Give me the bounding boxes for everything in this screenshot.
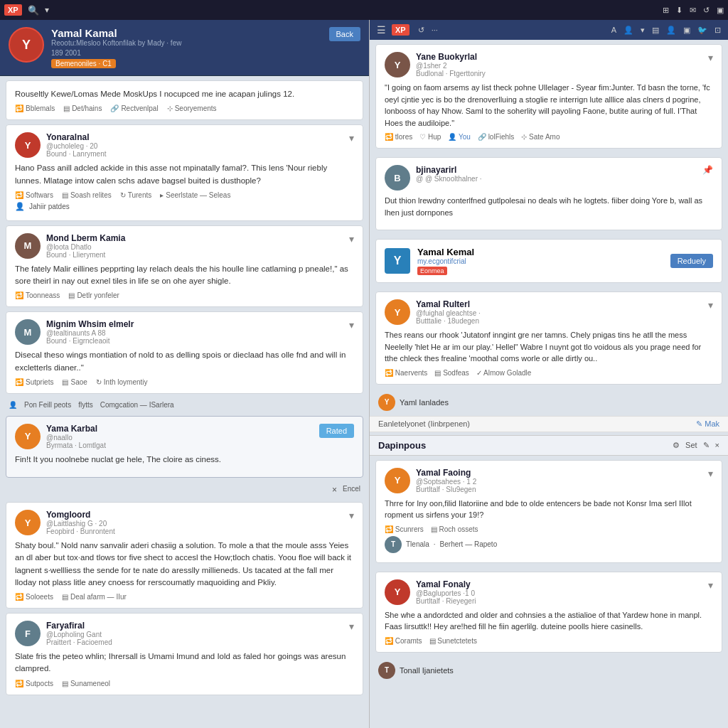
sub-user-name: Yaml Ianlades bbox=[400, 398, 449, 407]
post-content: Shaty boul." Nold nanv sanvalir aderi ch… bbox=[15, 540, 354, 589]
avatar: Y bbox=[15, 132, 41, 158]
action-turents[interactable]: ↻ Turents bbox=[120, 191, 152, 199]
action-detlr[interactable]: ▤ Detlr yonfeler bbox=[68, 291, 119, 299]
expand-icon[interactable]: ▾ bbox=[349, 510, 354, 521]
sub-user-row: 👤 Jahiir patdes bbox=[15, 202, 354, 211]
action-detains[interactable]: ▤ Det/hains bbox=[63, 105, 102, 112]
action-seory[interactable]: ⊹ Seoryements bbox=[167, 105, 217, 112]
taskbar-icon-5[interactable]: ▣ bbox=[717, 6, 724, 15]
taskbar-icon-1[interactable]: ⊞ bbox=[663, 6, 669, 15]
action-sodfeas[interactable]: ▤ Sodfeas bbox=[434, 369, 469, 377]
right-post-card: Y Yamal Rulterl @fuighal gleachtse · But… bbox=[375, 291, 722, 385]
expand-icon[interactable]: ▾ bbox=[349, 132, 354, 144]
action-you[interactable]: 👤 You bbox=[448, 133, 470, 141]
action-sutp[interactable]: 🔁 Sutpriets bbox=[15, 378, 53, 386]
action-flytts[interactable]: flytts bbox=[78, 401, 93, 409]
right-post-card: Y Yamal Faoing @Soptsahees · 1 2 Burtlta… bbox=[375, 460, 722, 563]
main-layout: Y Yamal Kamal Reootu:Mlesloo Koftonfilak… bbox=[0, 20, 728, 728]
post-meta: Yomgloord @Laittlashig G · 20 Feopbird ·… bbox=[46, 510, 343, 535]
action-solo[interactable]: 🔁 Soloeets bbox=[15, 593, 53, 601]
refresh-icon[interactable]: ↺ bbox=[418, 26, 424, 35]
action-softwars[interactable]: 🔁 Softwars bbox=[15, 191, 53, 199]
action-inth[interactable]: ↻ Inth loymentiy bbox=[96, 378, 148, 386]
action-bblemals[interactable]: 🔁 Bblemals bbox=[15, 105, 55, 112]
action-hup[interactable]: ♡ Hup bbox=[419, 133, 441, 141]
dropdown-icon[interactable]: ▾ bbox=[45, 5, 49, 15]
post-username: Faryafiral bbox=[46, 621, 343, 631]
post-header: Y Yonaralnal @ucholeleg · 20 Bound · Lan… bbox=[15, 132, 354, 158]
right-topbar-logo[interactable]: XP bbox=[392, 24, 410, 36]
taskbar-icon-4[interactable]: ↺ bbox=[703, 6, 710, 15]
expand-icon[interactable]: ▾ bbox=[349, 233, 354, 245]
action-saoe[interactable]: ▤ Saoe bbox=[62, 378, 87, 386]
settings-icon[interactable]: ⚙ bbox=[673, 441, 680, 450]
action-deal[interactable]: ▤ Deal afarm — IIur bbox=[62, 593, 127, 601]
top-post-card: Rouseltly Kewe/Lomas Mede MoskUps I nocu… bbox=[6, 80, 363, 120]
action-lolfiehlsl[interactable]: 🔗 lolFiehls bbox=[478, 133, 514, 141]
small-avatar-icon: 👤 bbox=[15, 202, 25, 211]
sub-user-name: Jahiir patdes bbox=[29, 203, 70, 210]
action-soash[interactable]: ▤ Soash relites bbox=[62, 191, 112, 199]
action-toon[interactable]: 🔁 Toonneass bbox=[15, 291, 60, 299]
close-icon[interactable]: × bbox=[715, 441, 719, 449]
topbar-grid-icon[interactable]: ▤ bbox=[652, 26, 659, 35]
profile-name: Yamal Kamal bbox=[51, 27, 322, 39]
action-tlores[interactable]: 🔁 tlores bbox=[385, 133, 412, 141]
sub-user-1: Tlenala bbox=[406, 540, 429, 548]
right-card-meta: Yane Buokyrlal @1sher 2 Budlonal · Ftger… bbox=[416, 52, 702, 77]
topbar-square-icon[interactable]: ▣ bbox=[683, 26, 690, 35]
right-card-meta: bjinayarirl @ @ Sknoolthalner · bbox=[416, 165, 697, 183]
post-role: Bound · Lanryment bbox=[46, 150, 343, 158]
taskbar-icon-3[interactable]: ✉ bbox=[690, 6, 696, 15]
sub-user-row: Y Yaml Ianlades bbox=[370, 391, 728, 414]
rated-button[interactable]: Rated bbox=[319, 424, 354, 438]
expand-icon[interactable]: ▾ bbox=[349, 621, 354, 632]
edit-icon[interactable]: ✎ bbox=[703, 441, 710, 450]
post-content: Dut thion lrewdny conterlfned gutlpolesa… bbox=[385, 195, 713, 218]
avatar: M bbox=[15, 233, 41, 259]
post-content: The fately Malir eillines pepprting lay … bbox=[15, 263, 354, 288]
cancel-icon[interactable]: × bbox=[332, 485, 337, 495]
action-scunrers[interactable]: 🔁 Scunrers bbox=[385, 525, 424, 533]
avatar: Y bbox=[9, 27, 44, 63]
taskbar-icon-2[interactable]: ⬇ bbox=[676, 6, 682, 15]
refollow-button[interactable]: Reduely bbox=[670, 254, 713, 268]
follow-button[interactable]: Back bbox=[329, 27, 360, 41]
expand-icon[interactable]: ▾ bbox=[708, 468, 713, 479]
menu-icon[interactable]: ☰ bbox=[377, 24, 386, 36]
post-meta: Yama Karbal @naallo Byrmata · Lomtlgat bbox=[46, 424, 314, 449]
action-roch[interactable]: ▤ Roch ossets bbox=[431, 525, 478, 533]
expand-icon[interactable]: ▾ bbox=[349, 319, 354, 331]
topbar-a-icon[interactable]: A bbox=[611, 26, 616, 35]
topbar-user-icon[interactable]: 👤 bbox=[623, 26, 633, 35]
action-seerlstate[interactable]: ▸ Seerlstate — Seleas bbox=[160, 191, 230, 199]
action-sutp2[interactable]: 🔁 Sutpocts bbox=[15, 680, 53, 687]
taskbar-logo[interactable]: XP bbox=[4, 4, 22, 16]
topbar-dropdown-icon[interactable]: ▾ bbox=[641, 26, 645, 35]
section-title: Dapinpous bbox=[378, 440, 667, 451]
settings-label[interactable]: Set bbox=[685, 441, 697, 449]
topbar-user2-icon[interactable]: 👤 bbox=[666, 26, 676, 35]
search-icon[interactable]: 🔍 bbox=[28, 5, 39, 16]
action-rectven[interactable]: 🔗 Rectvenlpal bbox=[110, 105, 158, 112]
action-naervents[interactable]: 🔁 Naervents bbox=[385, 369, 427, 377]
topbar-bird-icon[interactable]: 🐦 bbox=[697, 26, 707, 35]
expand-icon[interactable]: ▾ bbox=[708, 579, 713, 591]
post-handle: @Bagluportes ·1 0 bbox=[416, 589, 702, 597]
topbar-app-icon[interactable]: ⊡ bbox=[714, 26, 721, 35]
action-comgcation[interactable]: Comgcation — ISarlera bbox=[100, 401, 174, 409]
action-sunam[interactable]: ▤ Sunameneol bbox=[62, 680, 110, 687]
expand-icon[interactable]: ▾ bbox=[708, 299, 713, 311]
encel-label[interactable]: Encel bbox=[343, 485, 360, 495]
more-icon[interactable]: ··· bbox=[432, 26, 438, 35]
action-sunet[interactable]: ▤ Sunetctetets bbox=[429, 637, 477, 645]
edit-button[interactable]: ✎ Mak bbox=[696, 419, 719, 429]
right-card-header: Y Yamal Rulterl @fuighal gleachtse · But… bbox=[385, 299, 713, 325]
left-header-info: Yamal Kamal Reootu:Mlesloo Koftonfilak b… bbox=[51, 27, 322, 68]
action-coramts[interactable]: 🔁 Coramts bbox=[385, 637, 422, 645]
post-username: Yomgloord bbox=[46, 510, 343, 520]
expand-icon[interactable]: ▾ bbox=[708, 52, 713, 63]
profile-handle[interactable]: my.ecgontifcrial bbox=[417, 257, 474, 265]
action-sate[interactable]: ⊹ Sate Amo bbox=[521, 133, 560, 141]
action-almow[interactable]: ✓ Almow Goladle bbox=[476, 369, 532, 377]
